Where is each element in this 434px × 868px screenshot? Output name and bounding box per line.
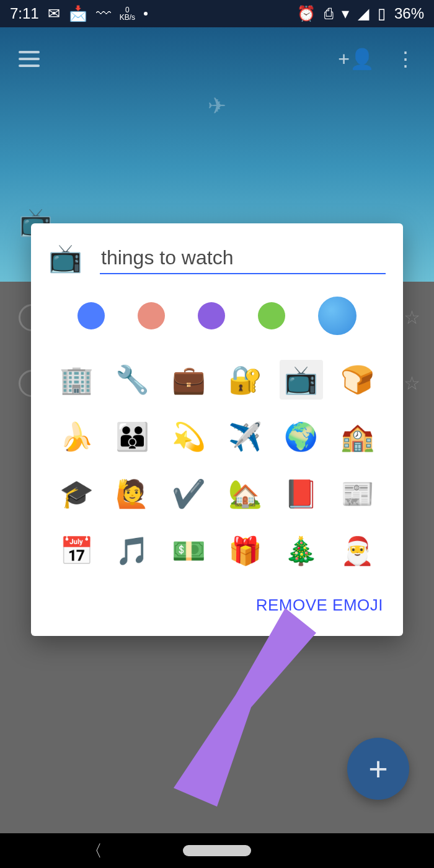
battery-icon: ▯ bbox=[378, 5, 386, 22]
emoji-option-house-garden[interactable]: 🏡 bbox=[223, 474, 267, 514]
emoji-option-airplane[interactable]: ✈️ bbox=[223, 417, 267, 457]
nav-back-button[interactable]: 〈 bbox=[86, 840, 102, 862]
emoji-option-notebook[interactable]: 📕 bbox=[280, 474, 324, 514]
network-speed: 0 KB/s bbox=[120, 6, 135, 21]
emoji-option-building[interactable]: 🏢 bbox=[55, 360, 99, 400]
mail-icon: ✉ bbox=[48, 5, 60, 22]
inbox-icon: 📩 bbox=[69, 5, 87, 22]
color-option-skyblue[interactable] bbox=[318, 297, 356, 335]
emoji-option-wrench[interactable]: 🔧 bbox=[111, 360, 155, 400]
emoji-option-school[interactable]: 🏫 bbox=[335, 417, 379, 457]
emoji-option-gift[interactable]: 🎁 bbox=[223, 531, 267, 571]
emoji-option-money[interactable]: 💵 bbox=[167, 531, 211, 571]
status-bar: 7:11 ✉ 📩 〰 0 KB/s ⏰ ⎙ ▾ ◢ ▯ 36% bbox=[0, 0, 434, 27]
emoji-option-dizzy[interactable]: 💫 bbox=[167, 417, 211, 457]
status-time: 7:11 bbox=[10, 5, 39, 22]
emoji-option-briefcase[interactable]: 💼 bbox=[167, 360, 211, 400]
current-emoji-icon[interactable]: 📺 bbox=[48, 242, 82, 274]
add-fab[interactable]: + bbox=[347, 738, 409, 800]
color-option-purple[interactable] bbox=[198, 302, 225, 329]
wifi-icon: ▾ bbox=[342, 5, 349, 22]
emoji-option-calendar[interactable]: 📅 bbox=[55, 531, 99, 571]
add-person-button[interactable]: +👤 bbox=[338, 47, 374, 71]
signal-icon: ◢ bbox=[358, 5, 369, 22]
emoji-option-bread[interactable]: 🍞 bbox=[335, 360, 379, 400]
emoji-option-globe[interactable]: 🌍 bbox=[280, 417, 324, 457]
emoji-option-xmas-tree[interactable]: 🎄 bbox=[280, 531, 324, 571]
edit-list-dialog: 📺 🏢🔧💼🔐📺🍞🍌👪💫✈️🌍🏫🎓🙋✔️🏡📕📰📅🎵💵🎁🎄🎅 REMOVE EMOJ… bbox=[31, 223, 403, 636]
star-icon: ☆ bbox=[404, 372, 420, 394]
emoji-option-newspaper[interactable]: 📰 bbox=[335, 474, 379, 514]
color-option-blue[interactable] bbox=[78, 302, 105, 329]
menu-button[interactable] bbox=[19, 51, 40, 67]
emoji-grid: 🏢🔧💼🔐📺🍞🍌👪💫✈️🌍🏫🎓🙋✔️🏡📕📰📅🎵💵🎁🎄🎅 bbox=[55, 360, 379, 571]
emoji-option-music-note[interactable]: 🎵 bbox=[111, 531, 155, 571]
color-picker bbox=[61, 297, 373, 335]
mustache-icon: 〰 bbox=[96, 5, 111, 22]
list-name-input[interactable] bbox=[100, 243, 386, 274]
cast-icon: ⎙ bbox=[324, 5, 333, 22]
color-option-coral[interactable] bbox=[138, 302, 165, 329]
screen: 7:11 ✉ 📩 〰 0 KB/s ⏰ ⎙ ▾ ◢ ▯ 36% ✈ +👤 ⋮ bbox=[0, 0, 434, 868]
emoji-option-locked-key[interactable]: 🔐 bbox=[223, 360, 267, 400]
star-icon: ☆ bbox=[404, 306, 420, 328]
emoji-option-grad-cap[interactable]: 🎓 bbox=[55, 474, 99, 514]
color-option-green[interactable] bbox=[258, 302, 285, 329]
emoji-option-santa[interactable]: 🎅 bbox=[335, 531, 379, 571]
battery-percent: 36% bbox=[394, 5, 424, 22]
emoji-option-family[interactable]: 👪 bbox=[111, 417, 155, 457]
emoji-option-banana[interactable]: 🍌 bbox=[55, 417, 99, 457]
emoji-option-raising-hand[interactable]: 🙋 bbox=[111, 474, 155, 514]
alarm-icon: ⏰ bbox=[297, 5, 316, 22]
more-notifications-icon bbox=[144, 12, 148, 16]
emoji-option-tv[interactable]: 📺 bbox=[280, 360, 324, 400]
nav-bar: 〈 bbox=[0, 833, 434, 868]
emoji-option-check[interactable]: ✔️ bbox=[167, 474, 211, 514]
plus-icon: + bbox=[368, 749, 388, 788]
nav-home-button[interactable] bbox=[183, 845, 251, 856]
remove-emoji-button[interactable]: REMOVE EMOJI bbox=[254, 589, 386, 621]
overflow-menu-button[interactable]: ⋮ bbox=[396, 47, 415, 71]
airplane-icon: ✈ bbox=[208, 93, 226, 119]
